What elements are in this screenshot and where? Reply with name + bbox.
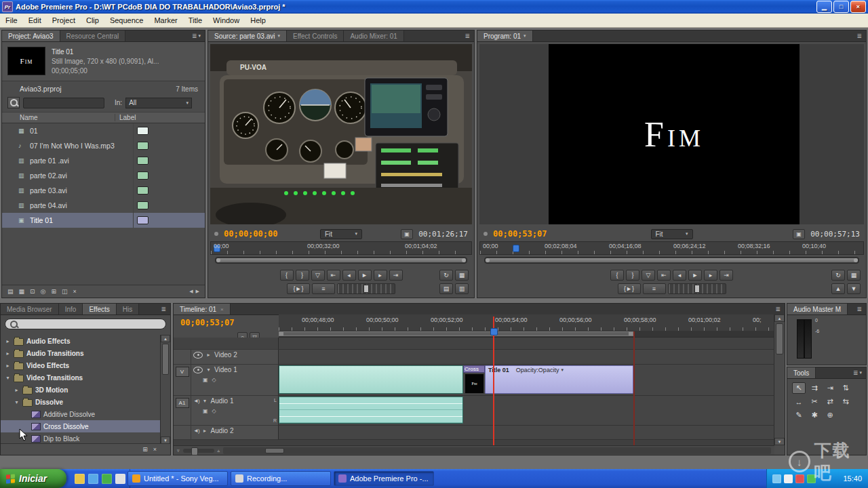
jog-button[interactable]: ≡ <box>312 283 335 294</box>
clip-property-select[interactable]: Opacity:Opacity▾ <box>516 367 564 373</box>
menu-help[interactable]: Help <box>245 14 271 26</box>
scroll-up-icon[interactable]: ▲ <box>774 314 785 322</box>
tab-timeline[interactable]: Timeline: 01× <box>174 304 231 314</box>
set-marker-button[interactable]: ▽ <box>642 270 655 281</box>
twisty-icon[interactable]: ▸ <box>5 363 11 369</box>
extract-button[interactable]: ▼ <box>847 283 861 294</box>
twisty-icon[interactable]: ▸ <box>5 338 11 344</box>
tray-icon-2[interactable] <box>784 474 793 483</box>
track-content-audio-1[interactable] <box>279 396 774 426</box>
quick-launch-1[interactable] <box>75 474 85 484</box>
search-icon[interactable] <box>7 97 20 108</box>
tab-effects[interactable]: Effects <box>83 304 116 314</box>
track-select-tool[interactable]: ⇉ <box>808 382 821 394</box>
tab-program[interactable]: Program: 01▾ <box>477 30 533 41</box>
maximize-button[interactable]: □ <box>833 1 849 13</box>
scroll-up-icon[interactable]: ▲ <box>161 335 170 342</box>
toggle-track-output-icon[interactable] <box>193 352 203 359</box>
target-track-badge[interactable]: V <box>176 367 189 377</box>
go-to-in-button[interactable]: ⇤ <box>657 270 671 281</box>
title-clip[interactable]: Title 01 Opacity:Opacity▾ <box>485 365 633 394</box>
scroll-down-icon[interactable]: ▼ <box>774 438 785 445</box>
jog-button[interactable]: ≡ <box>643 283 666 294</box>
tab-info[interactable]: Info <box>59 304 83 314</box>
timeline-vertical-scrollbar[interactable]: ▲ ▼ <box>774 314 785 445</box>
twisty-icon[interactable]: ▸ <box>5 350 11 357</box>
column-label[interactable]: Label <box>115 114 136 121</box>
effects-scrollbar[interactable]: ▲ ▼ <box>160 335 170 444</box>
taskbar-task[interactable]: Untitled * - Sony Veg... <box>127 471 228 486</box>
scrollbar-track[interactable] <box>223 447 771 454</box>
effects-tree-item[interactable]: ▸3D Motion <box>1 384 161 396</box>
project-item-row[interactable]: ▣Title 01 <box>2 213 205 228</box>
label-chip[interactable] <box>137 157 149 165</box>
menu-marker[interactable]: Marker <box>149 14 182 26</box>
play-button[interactable]: ► <box>688 270 702 281</box>
loop-button[interactable]: ↻ <box>439 270 453 281</box>
window-titlebar[interactable]: Pr Adobe Premiere Pro - D:\WT PCdoB DIA … <box>0 0 868 14</box>
column-name[interactable]: Name <box>2 114 115 121</box>
timeline-zoom-slider[interactable] <box>183 449 214 453</box>
program-current-timecode[interactable]: 00;00;53;07 <box>493 229 547 239</box>
source-output-button[interactable]: ▣ <box>401 229 413 239</box>
project-find-button[interactable]: ◎ <box>41 288 46 295</box>
quick-launch-2[interactable] <box>88 474 98 484</box>
rate-stretch-tool[interactable]: ↔ <box>792 396 806 407</box>
program-output-button[interactable]: ▣ <box>793 229 805 239</box>
scrollbar-thumb[interactable] <box>265 448 284 453</box>
zoom-slider-handle[interactable] <box>191 447 198 455</box>
effects-tree-item[interactable]: ▸Audio Transitions <box>1 347 161 359</box>
speaker-icon[interactable]: ◄) <box>193 428 199 434</box>
slip-tool[interactable]: ⇄ <box>823 396 837 407</box>
step-forward-button[interactable]: ▸ <box>374 270 387 281</box>
tab-media-browser[interactable]: Media Browser <box>1 304 59 314</box>
search-input[interactable] <box>23 98 104 108</box>
selection-tool[interactable]: ↖ <box>792 382 806 394</box>
filter-in-select[interactable]: All▾ <box>125 98 192 108</box>
panel-menu-icon[interactable]: ≣ <box>852 30 866 41</box>
go-to-in-button[interactable]: ⇤ <box>327 270 340 281</box>
rolling-edit-tool[interactable]: ⇅ <box>839 382 852 394</box>
set-out-point-button[interactable]: } <box>626 270 639 281</box>
twisty-icon[interactable]: ▸ <box>14 387 20 393</box>
zoom-tool[interactable]: ⊕ <box>823 409 837 421</box>
toggle-track-output-icon[interactable] <box>193 367 203 373</box>
menu-project[interactable]: Project <box>47 14 81 26</box>
tray-icon-1[interactable] <box>772 474 781 483</box>
taskbar-task[interactable]: Recording... <box>231 471 331 486</box>
keyframe-nav-icon[interactable]: ◇ <box>212 408 216 414</box>
project-item-row[interactable]: ▥parte 04.avi <box>2 198 205 213</box>
list-column-headers[interactable]: Name Label <box>2 112 205 123</box>
timeline-playhead[interactable] <box>493 317 494 445</box>
effects-tree-item[interactable]: ▾Dissolve <box>1 396 161 408</box>
overlay-button[interactable]: ▥ <box>455 283 469 294</box>
twisty-icon[interactable]: ▾ <box>202 398 208 404</box>
tray-icon-3[interactable] <box>795 474 804 483</box>
set-in-point-button[interactable]: { <box>610 270 624 281</box>
zoom-in-icon[interactable]: ▵ <box>218 448 220 453</box>
track-content-video-2[interactable] <box>279 350 774 365</box>
video-clip[interactable] <box>279 365 463 394</box>
effects-search-input[interactable] <box>5 319 166 329</box>
set-display-style-icon[interactable]: ▣ <box>203 408 208 414</box>
razor-tool[interactable]: ✂ <box>808 396 821 407</box>
keyframe-nav-icon[interactable]: ◇ <box>212 377 216 383</box>
label-chip[interactable] <box>137 142 149 150</box>
project-item-row[interactable]: ▥parte 02.avi <box>2 168 205 183</box>
twisty-icon[interactable]: ▸ <box>205 352 212 358</box>
lift-button[interactable]: ▲ <box>831 283 845 294</box>
zoom-bar-thumb[interactable] <box>216 258 466 262</box>
menu-sequence[interactable]: Sequence <box>104 14 149 26</box>
twisty-icon[interactable]: ▾ <box>5 375 11 381</box>
label-chip[interactable] <box>137 127 149 135</box>
play-button[interactable]: ► <box>358 270 372 281</box>
label-chip[interactable] <box>137 171 149 180</box>
project-new-bin-button[interactable]: ⊞ <box>51 288 56 295</box>
tab-tools[interactable]: Tools <box>787 367 816 378</box>
program-zoom-select[interactable]: Fit▾ <box>651 229 693 239</box>
project-icon-view-button[interactable]: ▦ <box>19 288 25 295</box>
label-chip[interactable] <box>137 216 149 224</box>
work-area-end-marker[interactable] <box>633 331 635 445</box>
pen-tool[interactable]: ✎ <box>792 409 806 421</box>
tab-project[interactable]: Project: Aviao3 <box>2 30 60 41</box>
